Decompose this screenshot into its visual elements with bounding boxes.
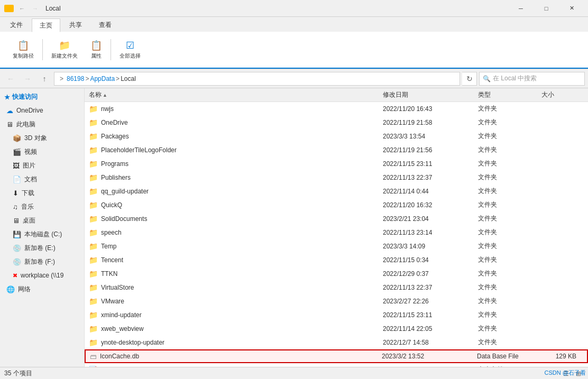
address-path[interactable]: > 86198 > AppData > Local — [54, 72, 460, 86]
file-name-cell: 📝 oobelibMkey.log — [89, 366, 383, 367]
table-row[interactable]: 📁 VMware 2023/2/27 22:26 文件夹 — [85, 294, 588, 308]
table-row[interactable]: 📁 xmind-updater 2022/11/15 23:11 文件夹 — [85, 308, 588, 322]
file-date: 2022/12/29 0:37 — [383, 270, 478, 278]
table-row[interactable]: 📁 Tencent 2022/11/15 0:34 文件夹 — [85, 253, 588, 267]
sidebar-item-videos[interactable]: 🎬 视频 — [0, 145, 84, 159]
table-row[interactable]: 📁 Packages 2023/3/3 13:54 文件夹 — [85, 130, 588, 143]
sidebar-item-downloads[interactable]: ⬇ 下载 — [0, 186, 84, 200]
sidebar-item-documents[interactable]: 📄 文档 — [0, 172, 84, 186]
new-folder-btn[interactable]: 📁 新建文件夹 — [47, 38, 82, 62]
table-row[interactable]: 📁 nwjs 2022/11/20 16:43 文件夹 — [85, 102, 588, 116]
file-list-header: 名称 ▲ 修改日期 类型 大小 — [85, 88, 588, 102]
sidebar-item-network[interactable]: 🌐 网络 — [0, 282, 84, 296]
computer-icon: 🖥 — [6, 121, 13, 128]
file-date: 2022/11/19 21:58 — [383, 119, 478, 126]
sidebar-item-music[interactable]: ♫ 音乐 — [0, 200, 84, 214]
sidebar-item-onedrive[interactable]: ☁ OneDrive — [0, 104, 84, 117]
select-all-btn[interactable]: ☑ 全部选择 — [115, 38, 145, 62]
sidebar-item-local-disk-c[interactable]: 💾 本地磁盘 (C:) — [0, 227, 84, 241]
sidebar-item-quick-access[interactable]: ★ 快速访问 — [0, 90, 84, 104]
refresh-btn[interactable]: ↻ — [462, 72, 477, 86]
main-layout: ★ 快速访问 ☁ OneDrive 🖥 此电脑 📦 3D 对象 🎬 视频 🖼 图… — [0, 88, 588, 367]
pictures-icon: 🖼 — [13, 162, 20, 170]
tab-share[interactable]: 共享 — [61, 18, 90, 32]
table-row[interactable]: 📝 oobelibMkey.log 2022/11/20 18:48 文本文档 … — [85, 363, 588, 367]
sidebar-item-pictures[interactable]: 🖼 图片 — [0, 159, 84, 172]
table-row[interactable]: 📁 TTKN 2022/12/29 0:37 文件夹 — [85, 267, 588, 281]
table-row[interactable]: 📁 xweb_webview 2022/11/14 22:05 文件夹 — [85, 322, 588, 336]
file-name-cell: 📁 ynote-desktop-updater — [89, 338, 383, 347]
table-row[interactable]: 📁 Publishers 2022/11/13 22:37 文件夹 — [85, 171, 588, 184]
folder-icon: 📁 — [89, 118, 98, 127]
search-box[interactable]: 🔍 在 Local 中搜索 — [479, 72, 585, 86]
search-placeholder: 在 Local 中搜索 — [493, 74, 537, 83]
title-text: Local — [45, 5, 61, 12]
col-name[interactable]: 名称 ▲ — [89, 90, 383, 99]
col-date[interactable]: 修改日期 — [383, 90, 478, 99]
table-row[interactable]: 📁 Programs 2022/11/15 23:11 文件夹 — [85, 157, 588, 171]
close-btn[interactable]: ✕ — [559, 0, 584, 17]
path-segment-3[interactable]: Local — [121, 75, 136, 82]
file-name: qq_guild-updater — [101, 188, 149, 195]
table-row[interactable]: 📁 Temp 2023/3/3 14:09 文件夹 — [85, 239, 588, 253]
table-row[interactable]: 📁 SolidDocuments 2023/2/21 23:04 文件夹 — [85, 212, 588, 226]
sidebar-item-new-vol-f[interactable]: 💿 新加卷 (F:) — [0, 255, 84, 269]
minimize-btn[interactable]: ─ — [509, 0, 533, 17]
col-type[interactable]: 类型 — [478, 90, 541, 99]
file-name: TTKN — [101, 270, 117, 278]
file-name-cell: 📁 nwjs — [89, 105, 383, 113]
file-date: 2022/12/7 14:58 — [383, 339, 478, 346]
up-btn[interactable]: ↑ — [37, 71, 52, 86]
table-row[interactable]: 📁 QuickQ 2022/11/20 16:32 文件夹 — [85, 198, 588, 212]
file-size: 129 KB — [540, 353, 583, 360]
path-segment-1[interactable]: 86198 — [67, 75, 84, 82]
properties-btn[interactable]: 📋 属性 — [86, 38, 106, 62]
file-date: 2023/3/2 13:52 — [382, 353, 477, 360]
file-date: 2022/11/20 16:32 — [383, 201, 478, 209]
file-date: 2022/11/20 16:43 — [383, 105, 478, 113]
folder-icon: 📁 — [89, 187, 98, 196]
folder-icon: 📁 — [89, 325, 98, 333]
file-name-cell: 📁 OneDrive — [89, 118, 383, 127]
network-drive-icon: ✖ — [13, 272, 17, 279]
title-back-btn[interactable]: ← — [17, 4, 27, 13]
file-name: Packages — [101, 133, 129, 140]
file-date: 2022/11/13 22:37 — [383, 284, 478, 291]
address-bar: ← → ↑ > 86198 > AppData > Local ↻ 🔍 在 Lo… — [0, 69, 588, 88]
status-bar: 35 个项目 ☰ ⊞ — [0, 367, 588, 379]
file-name-cell: 📁 SolidDocuments — [89, 215, 383, 223]
ribbon: 文件 主页 共享 查看 📋 复制路径 📁 新建文件夹 📋 属性 ☑ 全部选择 — [0, 17, 588, 69]
file-type: 文件夹 — [478, 200, 541, 209]
sidebar-item-new-vol-e[interactable]: 💿 新加卷 (E:) — [0, 241, 84, 255]
table-row[interactable]: 🗃 IconCache.db 2023/3/2 13:52 Data Base … — [85, 349, 588, 363]
file-date: 2023/2/21 23:04 — [383, 215, 478, 223]
folder-icon: 📁 — [89, 228, 98, 237]
table-row[interactable]: 📁 PlaceholderTileLogoFolder 2022/11/19 2… — [85, 143, 588, 157]
table-row[interactable]: 📁 speech 2022/11/13 23:14 文件夹 — [85, 226, 588, 239]
copy-path-btn[interactable]: 📋 复制路径 — [8, 38, 38, 62]
file-name-cell: 📁 Packages — [89, 132, 383, 141]
file-name-cell: 📁 qq_guild-updater — [89, 187, 383, 196]
maximize-btn[interactable]: □ — [534, 0, 558, 17]
path-segment-2[interactable]: AppData — [90, 75, 115, 82]
file-name: VMware — [101, 298, 124, 305]
disk-e-icon: 💿 — [13, 244, 21, 252]
sidebar-item-this-pc[interactable]: 🖥 此电脑 — [0, 117, 84, 131]
forward-btn[interactable]: → — [20, 71, 35, 86]
table-row[interactable]: 📁 VirtualStore 2022/11/13 22:37 文件夹 — [85, 281, 588, 294]
sidebar-item-workplace[interactable]: ✖ workplace (\\19 — [0, 269, 84, 282]
table-row[interactable]: 📁 ynote-desktop-updater 2022/12/7 14:58 … — [85, 336, 588, 349]
file-type: 文件夹 — [478, 338, 541, 347]
sidebar-item-desktop[interactable]: 🖥 桌面 — [0, 214, 84, 227]
tab-view[interactable]: 查看 — [91, 18, 120, 32]
tab-file[interactable]: 文件 — [2, 18, 31, 32]
back-btn[interactable]: ← — [3, 71, 18, 86]
tab-home[interactable]: 主页 — [32, 19, 60, 32]
file-size: 1 KB — [541, 366, 584, 367]
folder-icon: 📁 — [89, 283, 98, 292]
table-row[interactable]: 📁 OneDrive 2022/11/19 21:58 文件夹 — [85, 116, 588, 130]
col-size[interactable]: 大小 — [541, 90, 584, 99]
table-row[interactable]: 📁 qq_guild-updater 2022/11/14 0:44 文件夹 — [85, 184, 588, 198]
title-forward-btn[interactable]: → — [30, 4, 40, 13]
sidebar-item-3d-objects[interactable]: 📦 3D 对象 — [0, 131, 84, 145]
